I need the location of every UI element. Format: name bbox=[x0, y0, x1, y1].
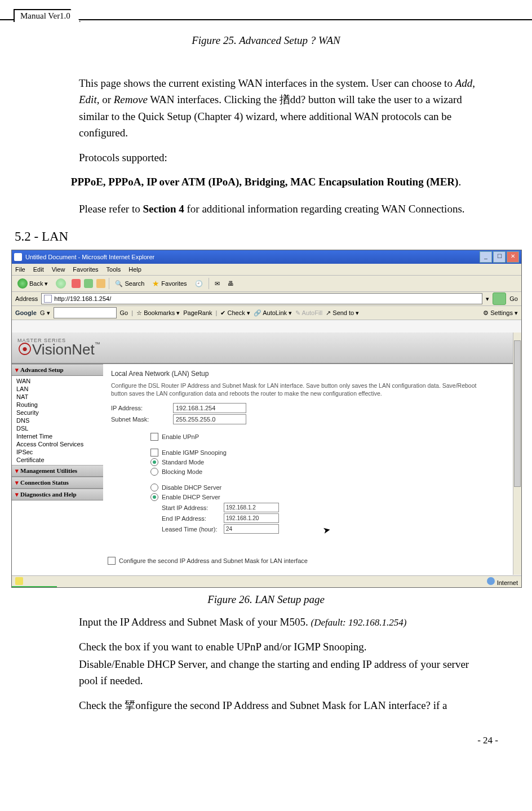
menu-file[interactable]: File bbox=[15, 266, 25, 273]
sidebar-heading-management[interactable]: ▾Management Utilities bbox=[12, 465, 103, 477]
blocking-mode-label: Blocking Mode bbox=[162, 468, 202, 475]
sidebar-item-internet-time[interactable]: Internet Time bbox=[12, 432, 103, 440]
google-search-input[interactable] bbox=[54, 307, 117, 318]
mail-icon[interactable]: ✉ bbox=[212, 279, 222, 289]
forward-icon bbox=[56, 278, 66, 289]
favorites-button[interactable]: ★ Favorites bbox=[150, 278, 189, 289]
brand-text: VisionNet bbox=[32, 341, 95, 358]
menu-help[interactable]: Help bbox=[128, 266, 141, 273]
standard-mode-radio[interactable] bbox=[150, 458, 158, 466]
text: AutoLink bbox=[263, 309, 287, 316]
star-icon: ★ bbox=[152, 279, 159, 288]
address-dropdown-icon[interactable]: ▾ bbox=[486, 295, 489, 303]
bold-section4: Section 4 bbox=[143, 203, 184, 215]
sidebar-heading-advanced[interactable]: ▾Advanced Setup bbox=[12, 364, 103, 376]
text: Bookmarks bbox=[144, 309, 175, 316]
sidebar-item-dns[interactable]: DNS bbox=[12, 416, 103, 424]
menu-bar: File Edit View Favorites Tools Help bbox=[12, 264, 521, 276]
stop-icon[interactable] bbox=[72, 279, 81, 288]
menu-edit[interactable]: Edit bbox=[33, 266, 44, 273]
end-ip-input[interactable]: 192.168.1.20 bbox=[224, 513, 279, 523]
address-input[interactable]: http://192.168.1.254/ bbox=[41, 293, 482, 304]
em-remove: Remove bbox=[114, 94, 148, 105]
blocking-mode-radio[interactable] bbox=[150, 468, 158, 476]
minimize-button[interactable]: _ bbox=[480, 251, 492, 263]
vertical-scrollbar[interactable] bbox=[513, 333, 521, 575]
sidebar-item-nat[interactable]: NAT bbox=[12, 393, 103, 401]
paragraph-section4-ref: Please refer to Section 4 for additional… bbox=[79, 201, 487, 217]
search-button[interactable]: 🔍 Search bbox=[113, 279, 147, 289]
em-default-ip: (Default: 192.168.1.254) bbox=[311, 617, 406, 628]
sidebar-item-lan[interactable]: LAN bbox=[12, 385, 103, 393]
sidebar-heading-diagnostics[interactable]: ▾Diagnostics and Help bbox=[12, 489, 103, 500]
address-label: Address bbox=[15, 295, 38, 302]
sidebar-item-dsl[interactable]: DSL bbox=[12, 424, 103, 432]
scrollbar-thumb[interactable] bbox=[514, 340, 521, 487]
paragraph-upnp-igmp: Check the box if you want to enable UPnP… bbox=[79, 639, 487, 655]
chevron-down-icon: ▾ bbox=[15, 467, 19, 474]
maximize-button[interactable]: ☐ bbox=[493, 251, 506, 263]
sidebar-item-access-control[interactable]: Access Control Services bbox=[12, 440, 103, 448]
enable-dhcp-label: Enable DHCP Server bbox=[162, 494, 220, 500]
sidebar-item-routing[interactable]: Routing bbox=[12, 401, 103, 409]
sidebar-item-certificate[interactable]: Certificate bbox=[12, 456, 103, 464]
taskbar-hint bbox=[12, 586, 57, 588]
ie-icon bbox=[14, 253, 22, 261]
main-description: Configure the DSL Router IP Address and … bbox=[111, 382, 494, 397]
paragraph-protocols-label: Protocols supported: bbox=[79, 149, 487, 166]
igmp-label: Enable IGMP Snooping bbox=[162, 449, 227, 456]
browser-viewport: MASTER SERIES ⦿VisionNet™ ▾Advanced Setu… bbox=[12, 333, 513, 575]
print-icon[interactable]: 🖶 bbox=[225, 279, 236, 288]
google-sendto[interactable]: ↗ Send to ▾ bbox=[326, 309, 359, 317]
google-autolink[interactable]: 🔗 AutoLink ▾ bbox=[254, 309, 292, 317]
brand-logo: ⦿VisionNet™ bbox=[17, 341, 100, 358]
menu-favorites[interactable]: Favorites bbox=[73, 266, 98, 273]
text: for additional information regarding cre… bbox=[184, 203, 465, 215]
upnp-label: Enable UPnP bbox=[162, 433, 199, 440]
back-icon bbox=[17, 278, 28, 289]
menu-view[interactable]: View bbox=[52, 266, 65, 273]
protocols-list: PPPoE, PPPoA, IP over ATM (IPoA), Bridgi… bbox=[34, 174, 498, 190]
google-bookmarks[interactable]: ☆ Bookmarks ▾ bbox=[136, 309, 180, 317]
google-pagerank[interactable]: PageRank bbox=[183, 309, 212, 316]
igmp-checkbox[interactable] bbox=[150, 449, 158, 457]
ip-address-input[interactable]: 192.168.1.254 bbox=[173, 403, 246, 413]
section-5-2-heading: 5.2 - LAN bbox=[15, 229, 521, 244]
go-button[interactable] bbox=[493, 293, 506, 305]
text: This page shows the current existing WAN… bbox=[79, 77, 455, 89]
sidebar-item-ipsec[interactable]: IPSec bbox=[12, 448, 103, 456]
status-right: Internet bbox=[497, 579, 518, 586]
em-add: Add bbox=[455, 77, 473, 89]
window-title: Untitled Document - Microsoft Internet E… bbox=[25, 254, 154, 260]
text: AutoFill bbox=[302, 309, 323, 316]
google-check[interactable]: ✔ Check ▾ bbox=[220, 309, 250, 317]
lease-time-input[interactable]: 24 bbox=[224, 524, 279, 534]
screenshot-lan-setup: Untitled Document - Microsoft Internet E… bbox=[11, 250, 522, 588]
disable-dhcp-radio[interactable] bbox=[150, 484, 158, 491]
separator bbox=[209, 278, 209, 289]
router-sidebar: ▾Advanced Setup WAN LAN NAT Routing Secu… bbox=[12, 364, 103, 575]
subnet-mask-input[interactable]: 255.255.255.0 bbox=[173, 414, 246, 424]
sidebar-item-wan[interactable]: WAN bbox=[12, 377, 103, 385]
refresh-icon[interactable] bbox=[84, 279, 93, 288]
enable-dhcp-radio[interactable] bbox=[150, 493, 158, 501]
google-go-label[interactable]: Go bbox=[120, 309, 128, 316]
sidebar-item-security[interactable]: Security bbox=[12, 409, 103, 416]
back-button[interactable]: Back ▾ bbox=[15, 277, 50, 290]
forward-button[interactable] bbox=[54, 277, 68, 290]
home-icon[interactable] bbox=[96, 279, 105, 288]
close-button[interactable]: ✕ bbox=[507, 251, 519, 263]
separator bbox=[109, 278, 109, 289]
history-button[interactable]: 🕘 bbox=[193, 279, 205, 289]
upnp-checkbox[interactable] bbox=[150, 433, 158, 441]
google-settings[interactable]: ⚙ Settings ▾ bbox=[483, 309, 518, 317]
paragraph-input-ip: Input the IP Address and Subnet Mask of … bbox=[79, 614, 487, 630]
header-manual-version: Manual Ver1.0 bbox=[14, 9, 81, 22]
second-ip-checkbox[interactable] bbox=[108, 557, 116, 565]
address-bar: Address http://192.168.1.254/ ▾ Go bbox=[12, 292, 521, 306]
start-ip-input[interactable]: 192.168.1.2 bbox=[224, 503, 279, 512]
sidebar-heading-connection[interactable]: ▾Connection Status bbox=[12, 477, 103, 489]
google-autofill[interactable]: ✎ AutoFill bbox=[295, 309, 322, 317]
paragraph-second-ip: Check the 揅onfigure the second IP Addres… bbox=[79, 697, 487, 713]
menu-tools[interactable]: Tools bbox=[107, 266, 121, 273]
